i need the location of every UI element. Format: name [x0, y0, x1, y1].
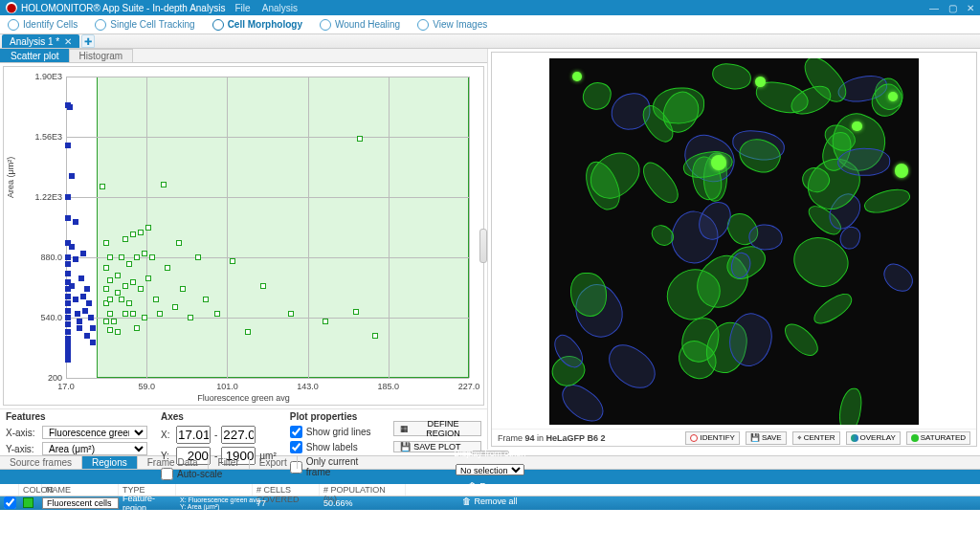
plot-area[interactable]: 17.059.0101.0143.0185.0227.0200540.0880.… — [66, 77, 469, 378]
app-title: HOLOMONITOR® App Suite - In-depth Analys… — [21, 3, 225, 13]
wound-icon — [320, 19, 331, 31]
minimize-icon[interactable]: — — [929, 3, 939, 13]
image-tools: IDENTIFY 💾SAVE ⌖CENTER OVERLAY SATURATED — [685, 431, 970, 445]
menu-analysis[interactable]: Analysis — [262, 3, 298, 13]
ribbon-toolbar: Identify Cells Single Cell Tracking Cell… — [0, 15, 980, 34]
cells-covered: 77 — [253, 498, 320, 508]
features-heading: Features — [6, 411, 147, 422]
remove-button[interactable]: 🗑Remove — [468, 481, 512, 491]
app-logo-icon: ⬤ — [6, 2, 17, 13]
identify-icon — [690, 434, 698, 442]
ribbon-view-images[interactable]: View Images — [417, 19, 487, 31]
features-group: Features X-axis:Fluorescence green avg Y… — [6, 411, 147, 451]
y-axis-label: Area (μm²) — [6, 156, 15, 197]
image-footer: Frame 94 in HeLaGFP B6 2 IDENTIFY 💾SAVE … — [492, 429, 976, 446]
vertical-splitter[interactable] — [479, 229, 487, 263]
tab-scatter-plot[interactable]: Scatter plot — [0, 49, 70, 62]
menu-file[interactable]: File — [234, 3, 250, 13]
image-panel: Frame 94 in HeLaGFP B6 2 IDENTIFY 💾SAVE … — [491, 52, 977, 447]
plotprops-heading: Plot properties — [290, 411, 380, 422]
ribbon-wound-healing[interactable]: Wound Healing — [320, 19, 400, 31]
row-checkbox[interactable] — [4, 496, 16, 509]
window-controls: — ▢ ✕ — [929, 3, 974, 13]
tab-analysis-1[interactable]: Analysis 1 * ✕ — [2, 34, 79, 48]
close-icon[interactable]: ✕ — [967, 3, 974, 13]
ribbon-single-cell-tracking[interactable]: Single Cell Tracking — [95, 19, 194, 31]
plot-controls: Features X-axis:Fluorescence green avg Y… — [0, 408, 487, 452]
region-type: Feature-region — [119, 494, 176, 513]
x-feature-select[interactable]: Fluorescence green avg — [42, 426, 147, 439]
tab-label: Analysis 1 * — [10, 36, 59, 47]
right-panel: Frame 94 in HeLaGFP B6 2 IDENTIFY 💾SAVE … — [488, 49, 980, 450]
overlay-button[interactable]: OVERLAY — [846, 431, 901, 445]
images-icon — [417, 19, 429, 31]
scatter-chart[interactable]: Area (μm²) Fluorescence green avg 17.059… — [3, 66, 484, 406]
x-axis-label: Fluorescence green avg — [197, 393, 290, 403]
ribbon-identify-cells[interactable]: Identify Cells — [8, 19, 78, 31]
gridlines-checkbox[interactable] — [290, 426, 302, 438]
remove-all-button[interactable]: 🗑Remove all — [462, 496, 517, 506]
display-from-other-select[interactable]: No selection — [456, 464, 524, 475]
center-button[interactable]: ⌖CENTER — [792, 431, 840, 445]
ribbon-cell-morphology[interactable]: Cell Morphology — [212, 19, 302, 31]
frame-label: Frame 94 in HeLaGFP B6 2 — [498, 433, 605, 443]
menu-bar: File Analysis — [234, 3, 307, 13]
define-region-button[interactable]: ▦DEFINE REGION — [393, 421, 481, 436]
axes-group: Axes X:- Y:-μm² Auto-scale — [161, 411, 277, 451]
target-icon — [8, 19, 19, 31]
x-min-input[interactable] — [176, 426, 211, 444]
identify-button[interactable]: IDENTIFY — [685, 431, 739, 445]
track-icon — [95, 19, 106, 31]
region-icon: ▦ — [400, 424, 409, 433]
trash-all-icon: 🗑 — [462, 496, 471, 506]
center-icon: ⌖ — [797, 433, 802, 443]
saturated-button[interactable]: SATURATED — [906, 431, 970, 445]
left-panel: Scatter plot Histogram Area (μm²) Fluore… — [0, 49, 488, 450]
color-swatch[interactable] — [23, 497, 33, 508]
axes-heading: Axes — [161, 411, 277, 422]
add-tab-button[interactable]: ✚ — [81, 34, 95, 48]
morphology-icon — [212, 19, 224, 31]
saturated-icon — [911, 434, 919, 442]
title-bar: ⬤ HOLOMONITOR® App Suite - In-depth Anal… — [0, 0, 980, 15]
maximize-icon[interactable]: ▢ — [948, 3, 957, 13]
region-name-input[interactable]: Fluorescent cells — [42, 497, 119, 509]
region-definition: X: Fluorescence green avg Y: Area (μm²) — [176, 496, 253, 510]
cell-image-canvas[interactable] — [549, 58, 919, 425]
trash-icon: 🗑 — [468, 481, 477, 491]
overlay-icon — [851, 434, 858, 442]
tab-close-icon[interactable]: ✕ — [64, 36, 72, 47]
save-image-button[interactable]: 💾SAVE — [746, 431, 787, 445]
tab-histogram[interactable]: Histogram — [69, 49, 134, 62]
analysis-tabstrip: Analysis 1 * ✕ ✚ — [0, 34, 980, 49]
regions-toolbar: Display from other: No selection 🗑Remove… — [0, 470, 980, 484]
plot-properties-group: Plot properties Show grid lines Show lab… — [290, 411, 380, 451]
main-area: Scatter plot Histogram Area (μm²) Fluore… — [0, 49, 980, 450]
plot-tabs: Scatter plot Histogram — [0, 49, 487, 63]
population-pct: 50.66% — [320, 498, 406, 508]
x-max-input[interactable] — [221, 426, 256, 444]
disk-icon: 💾 — [750, 433, 760, 442]
display-from-other-label: Display from other: — [454, 449, 526, 458]
